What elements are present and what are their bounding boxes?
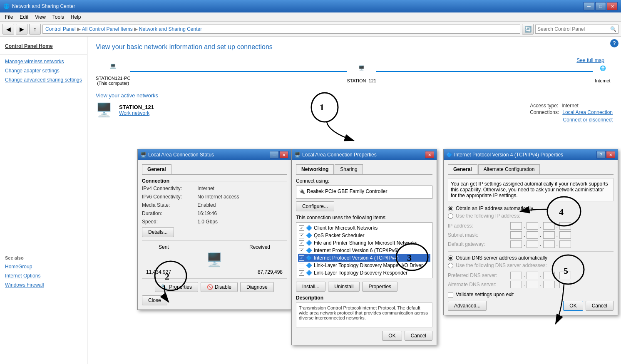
dialog-status-controls: ─ ✕: [270, 151, 288, 158]
item-ipv4-check[interactable]: ✓: [299, 255, 304, 261]
minimize-button[interactable]: ─: [584, 2, 594, 10]
radio-manual-dns[interactable]: [448, 263, 453, 268]
uninstall-button[interactable]: Uninstall: [328, 282, 360, 292]
back-button[interactable]: ◀: [2, 24, 14, 35]
path-control-panel[interactable]: Control Panel: [45, 26, 76, 32]
search-input[interactable]: [537, 26, 610, 32]
advanced-button[interactable]: Advanced...: [448, 301, 487, 311]
disable-button[interactable]: 🚫 Disable: [201, 282, 238, 292]
validate-checkbox[interactable]: [448, 292, 453, 297]
pdns-box-4[interactable]: [559, 272, 571, 279]
dialog-status-close[interactable]: ✕: [279, 151, 288, 158]
item-responder-check[interactable]: ✓: [299, 270, 304, 276]
net-line-1: [130, 71, 347, 72]
sidebar-manage-wireless[interactable]: Manage wireless networks: [0, 57, 87, 66]
close-status-button[interactable]: Close: [142, 295, 167, 305]
see-also-title: See also: [0, 254, 87, 262]
connections-row: Connections: Local Area Connection: [530, 109, 613, 115]
tab-networking[interactable]: Networking: [296, 164, 334, 174]
ip-box-1[interactable]: [510, 222, 522, 230]
radio-manual-ip[interactable]: [448, 213, 453, 219]
sidebar-homegroup[interactable]: HomeGroup: [0, 262, 87, 271]
details-button[interactable]: Details...: [142, 227, 174, 237]
dialog-ipv4-help[interactable]: ?: [596, 151, 606, 158]
dialog-status-content: General Connection IPv4 Connectivity: In…: [138, 160, 291, 310]
dialog-status-title: Local Area Connection Status: [148, 152, 214, 158]
gateway-box-3[interactable]: [543, 240, 555, 248]
item-ipv6-check[interactable]: ✓: [299, 248, 304, 253]
sidebar-internet-options[interactable]: Internet Options: [0, 271, 87, 280]
sidebar-windows-firewall[interactable]: Windows Firewall: [0, 280, 87, 290]
item-client-check[interactable]: ✓: [299, 225, 304, 231]
install-button[interactable]: Install...: [296, 282, 325, 292]
pdns-box-2[interactable]: [527, 272, 538, 279]
radio-auto-ip[interactable]: [448, 206, 453, 211]
subnet-box-3[interactable]: [543, 231, 555, 239]
ip-box-3[interactable]: [543, 222, 555, 230]
gateway-box-1[interactable]: [510, 240, 522, 248]
gateway-box-4[interactable]: [559, 240, 571, 248]
path-network-center[interactable]: Network and Sharing Center: [139, 26, 202, 32]
dialog-status-minimize[interactable]: ─: [270, 151, 279, 158]
menu-help[interactable]: Help: [67, 13, 84, 21]
connect-disconnect-link[interactable]: Connect or disconnect: [563, 117, 613, 123]
adns-box-1[interactable]: [510, 281, 522, 288]
local-area-connection-link[interactable]: Local Area Connection: [562, 109, 613, 115]
tab-ipv4-alternate[interactable]: Alternate Configuration: [478, 164, 540, 174]
props-ok-button[interactable]: OK: [382, 331, 402, 341]
computer-icon: 💻: [103, 57, 123, 74]
tab-sharing[interactable]: Sharing: [335, 164, 363, 174]
ip-box-2[interactable]: [527, 222, 538, 230]
dialog-props-close[interactable]: ✕: [425, 151, 434, 158]
prop-properties-button[interactable]: Properties: [362, 282, 397, 292]
ip-box-4[interactable]: [559, 222, 571, 230]
diagnose-button[interactable]: Diagnose: [240, 282, 274, 292]
item-qos-icon: 🔷: [306, 233, 312, 238]
properties-button[interactable]: 🔧 Properties: [155, 282, 198, 292]
ip-address-field: . . .: [510, 222, 571, 230]
network-icon: 🖥️: [96, 102, 112, 118]
ipv4-ok-button[interactable]: OK: [563, 301, 583, 311]
adapter-item: 🔌 Realtek PCIe GBE Family Controller: [298, 188, 430, 195]
maximize-button[interactable]: □: [595, 2, 606, 10]
item-qos-label: QoS Packet Scheduler: [314, 233, 364, 238]
props-cancel-button[interactable]: Cancel: [405, 331, 432, 341]
pdns-box-3[interactable]: [543, 272, 555, 279]
item-fileprint-check[interactable]: ✓: [299, 240, 304, 246]
menu-tools[interactable]: Tools: [49, 13, 67, 21]
adns-box-3[interactable]: [543, 281, 555, 288]
tab-general[interactable]: General: [142, 164, 171, 174]
dialog-ipv4-close[interactable]: ✕: [606, 151, 615, 158]
configure-button[interactable]: Configure...: [296, 201, 334, 211]
help-icon[interactable]: ?: [610, 39, 619, 47]
subnet-box-4[interactable]: [559, 231, 571, 239]
subnet-box-1[interactable]: [510, 231, 522, 239]
item-mapper-check[interactable]: [299, 263, 304, 268]
up-button[interactable]: ↑: [29, 24, 41, 35]
menu-file[interactable]: File: [2, 13, 16, 21]
radio-auto-dns[interactable]: [448, 255, 453, 261]
subnet-box-2[interactable]: [527, 231, 538, 239]
gateway-box-2[interactable]: [527, 240, 538, 248]
sidebar-control-panel-home[interactable]: Control Panel Home: [0, 41, 87, 52]
search-icon: 🔍: [610, 26, 616, 32]
refresh-button[interactable]: 🔄: [522, 24, 534, 35]
path-all-items[interactable]: All Control Panel Items: [82, 26, 133, 32]
forward-button[interactable]: ▶: [16, 24, 27, 35]
network-activity-icon: 🖥️: [206, 252, 223, 267]
search-box[interactable]: 🔍: [535, 25, 619, 34]
sidebar-change-adapter[interactable]: Change adapter settings: [0, 66, 87, 75]
ipv4-cancel-button[interactable]: Cancel: [586, 301, 614, 311]
sidebar-change-sharing[interactable]: Change advanced sharing settings: [0, 75, 87, 84]
menu-edit[interactable]: Edit: [16, 13, 32, 21]
pdns-box-1[interactable]: [510, 272, 522, 279]
tab-ipv4-general[interactable]: General: [448, 164, 477, 174]
page-title: View your basic network information and …: [96, 43, 613, 51]
network-type-link[interactable]: Work network: [119, 110, 523, 116]
close-button[interactable]: ✕: [607, 2, 618, 10]
menu-view[interactable]: View: [32, 13, 49, 21]
adns-box-4[interactable]: [559, 281, 571, 288]
adns-box-2[interactable]: [527, 281, 538, 288]
item-qos-check[interactable]: ✓: [299, 233, 304, 238]
item-ipv4[interactable]: ✓ 🔷 Internet Protocol Version 4 (TCP/IPv…: [298, 254, 430, 262]
